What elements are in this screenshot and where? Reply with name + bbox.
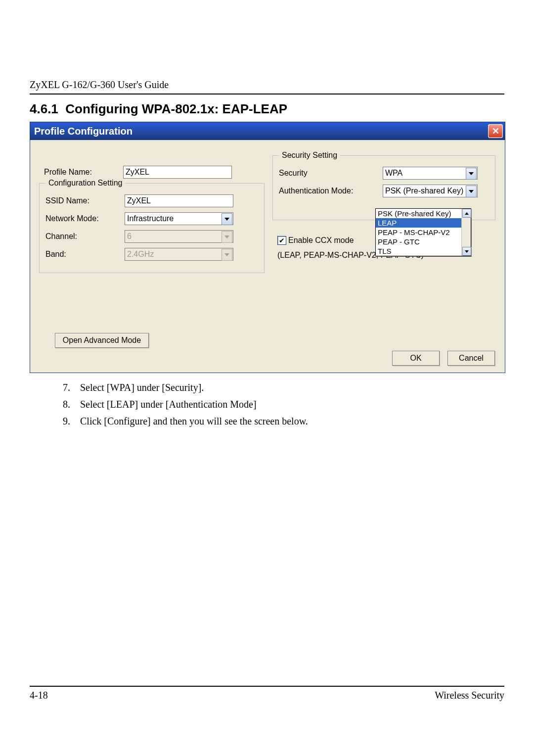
chevron-down-icon: [222, 231, 232, 243]
step-number: 9.: [57, 414, 70, 428]
close-button[interactable]: ✕: [488, 124, 503, 138]
step-number: 8.: [57, 397, 70, 412]
chevron-down-icon: [222, 249, 232, 261]
channel-value: [125, 230, 233, 243]
ssid-label: SSID Name:: [45, 196, 125, 205]
band-label: Band:: [45, 250, 125, 259]
channel-select: [125, 230, 233, 243]
dropdown-scrollbar[interactable]: [461, 209, 471, 256]
header-rule: [30, 94, 504, 94]
scroll-down-icon[interactable]: [462, 247, 471, 256]
security-label: Security: [279, 169, 383, 178]
security-value: [383, 167, 478, 180]
security-select[interactable]: [383, 167, 478, 180]
auth-mode-dropdown[interactable]: PSK (Pre-shared Key) LEAP PEAP - MS-CHAP…: [375, 208, 471, 256]
band-select: [125, 248, 233, 261]
profile-config-dialog: Profile Configuration ✕ Profile Name: Co…: [30, 122, 505, 373]
page-footer: 4-18 Wireless Security: [30, 686, 504, 701]
chevron-down-icon: [466, 168, 477, 180]
auth-mode-select[interactable]: [383, 185, 478, 197]
configuration-legend: Configuration Setting: [45, 179, 125, 188]
page-number: 4-18: [30, 690, 48, 701]
svg-marker-0: [224, 218, 229, 221]
security-legend: Security Setting: [279, 151, 340, 160]
scroll-up-icon[interactable]: [462, 209, 471, 218]
footer-section: Wireless Security: [435, 690, 504, 701]
dialog-title: Profile Configuration: [34, 126, 133, 137]
chevron-down-icon: [466, 186, 477, 197]
profile-name-field[interactable]: [123, 166, 232, 179]
auth-option-peap-mschapv2[interactable]: PEAP - MS-CHAP-V2: [376, 228, 471, 237]
network-mode-label: Network Mode:: [45, 214, 125, 223]
profile-name-label: Profile Name:: [44, 168, 123, 177]
configuration-setting-group: Configuration Setting SSID Name: Network…: [39, 179, 265, 273]
instruction-steps: 7. Select [WPA] under [Security]. 8. Sel…: [57, 380, 504, 428]
svg-marker-3: [469, 172, 474, 175]
guide-header: ZyXEL G-162/G-360 User's Guide: [30, 79, 504, 91]
cancel-button[interactable]: Cancel: [447, 351, 495, 366]
enable-ccx-checkbox[interactable]: ✔: [277, 236, 286, 245]
section-heading: 4.6.1 Configuring WPA-802.1x: EAP-LEAP: [30, 101, 504, 117]
enable-ccx-label: Enable CCX mode: [288, 236, 354, 245]
channel-label: Channel:: [45, 232, 125, 241]
auth-option-peap-gtc[interactable]: PEAP - GTC: [376, 237, 471, 246]
step-text: Select [WPA] under [Security].: [80, 380, 204, 395]
chevron-down-icon: [222, 213, 232, 225]
svg-marker-4: [469, 190, 474, 193]
auth-option-psk[interactable]: PSK (Pre-shared Key): [376, 209, 471, 218]
network-mode-select[interactable]: [125, 212, 233, 225]
step-8: 8. Select [LEAP] under [Authentication M…: [57, 397, 504, 412]
step-9: 9. Click [Configure] and then you will s…: [57, 414, 504, 428]
step-text: Click [Configure] and then you will see …: [80, 414, 308, 428]
auth-mode-value: [383, 185, 478, 197]
section-number: 4.6.1: [30, 101, 58, 116]
svg-marker-6: [465, 250, 469, 253]
auth-mode-label: Authentication Mode:: [279, 187, 383, 195]
close-icon: ✕: [492, 126, 499, 137]
band-value: [125, 248, 233, 261]
open-advanced-mode-button[interactable]: Open Advanced Mode: [55, 333, 149, 348]
ok-button[interactable]: OK: [392, 351, 440, 366]
auth-option-tls[interactable]: TLS: [376, 246, 471, 256]
svg-marker-5: [465, 212, 469, 215]
step-7: 7. Select [WPA] under [Security].: [57, 380, 504, 395]
svg-marker-1: [224, 236, 229, 238]
auth-option-leap[interactable]: LEAP: [376, 218, 471, 228]
ssid-field[interactable]: [125, 194, 233, 207]
network-mode-value: [125, 212, 233, 225]
titlebar: Profile Configuration ✕: [30, 122, 505, 140]
section-title: Configuring WPA-802.1x: EAP-LEAP: [65, 101, 287, 116]
step-number: 7.: [57, 380, 70, 395]
svg-marker-2: [224, 253, 229, 256]
step-text: Select [LEAP] under [Authentication Mode…: [80, 397, 257, 412]
